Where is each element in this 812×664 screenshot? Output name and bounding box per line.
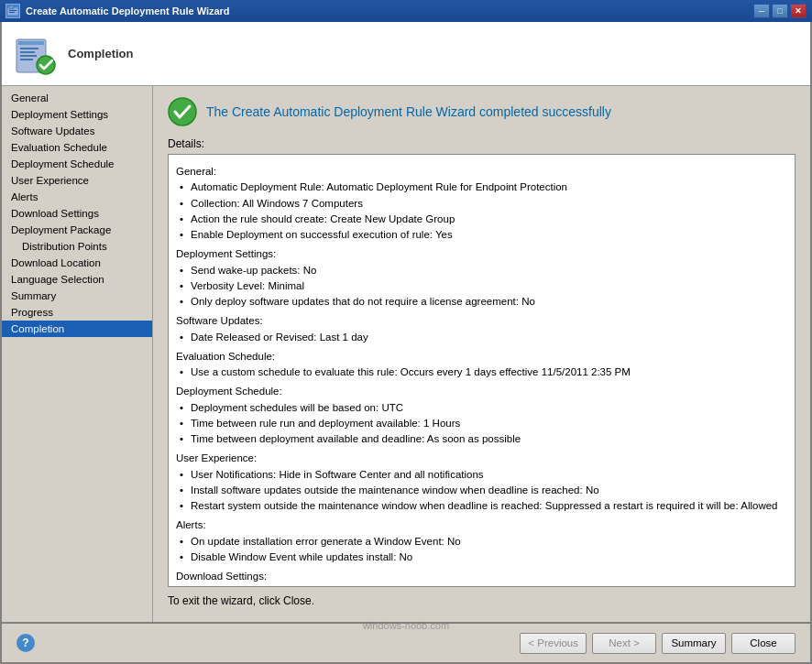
main-window: Completion GeneralDeployment SettingsSof…: [0, 22, 812, 664]
previous-button[interactable]: < Previous: [520, 633, 587, 654]
sidebar: GeneralDeployment SettingsSoftware Updat…: [2, 86, 153, 622]
summary-button[interactable]: Summary: [662, 633, 726, 654]
list-item: Restart system outside the maintenance w…: [176, 498, 787, 514]
svg-rect-9: [20, 59, 33, 60]
svg-rect-5: [18, 41, 44, 45]
success-text: The Create Automatic Deployment Rule Wiz…: [206, 104, 611, 119]
footer-buttons: < Previous Next > Summary Close: [520, 633, 796, 654]
details-box[interactable]: General:Automatic Deployment Rule: Autom…: [168, 154, 796, 587]
section-title: Deployment Schedule:: [176, 384, 787, 399]
section-title: Alerts:: [176, 517, 787, 533]
sidebar-item-evaluation-schedule[interactable]: Evaluation Schedule: [2, 139, 152, 156]
list-item: Automatic Deployment Rule: Automatic Dep…: [176, 180, 787, 195]
section-title: Evaluation Schedule:: [176, 349, 787, 365]
svg-rect-1: [9, 5, 14, 9]
list-item: Only deploy software updates that do not…: [176, 294, 787, 310]
sidebar-item-alerts[interactable]: Alerts: [2, 189, 152, 205]
list-item: Disable Window Event while updates insta…: [176, 550, 787, 565]
title-bar-text: Create Automatic Deployment Rule Wizard: [26, 5, 753, 16]
list-item: Time between deployment available and de…: [176, 431, 787, 447]
section-list: Date Released or Revised: Last 1 day: [176, 330, 787, 345]
svg-rect-3: [9, 12, 15, 13]
close-button[interactable]: Close: [731, 633, 796, 654]
section-list: Deployment schedules will be based on: U…: [176, 400, 787, 448]
svg-rect-8: [20, 55, 37, 57]
section-title: General:: [176, 164, 787, 180]
help-icon[interactable]: ?: [16, 634, 35, 652]
title-bar-icon: [5, 4, 20, 18]
section-title: Deployment Settings:: [176, 246, 787, 262]
header-title: Completion: [68, 47, 134, 60]
main-panel: The Create Automatic Deployment Rule Wiz…: [153, 86, 810, 622]
svg-rect-7: [20, 51, 35, 53]
sidebar-item-completion[interactable]: Completion: [2, 321, 152, 337]
sidebar-item-deployment-settings[interactable]: Deployment Settings: [2, 106, 152, 123]
close-title-button[interactable]: ✕: [790, 4, 807, 18]
list-item: User Notifications: Hide in Software Cen…: [176, 467, 787, 483]
success-banner: The Create Automatic Deployment Rule Wiz…: [168, 97, 796, 126]
sidebar-item-progress[interactable]: Progress: [2, 304, 152, 321]
sidebar-item-distribution-points[interactable]: Distribution Points: [2, 238, 152, 255]
section-list: On update installation error generate a …: [176, 534, 787, 566]
sidebar-item-summary[interactable]: Summary: [2, 288, 152, 304]
content-area: GeneralDeployment SettingsSoftware Updat…: [2, 86, 810, 622]
header-area: Completion: [2, 22, 810, 86]
section-list: User Notifications: Hide in Software Cen…: [176, 467, 787, 515]
sidebar-item-download-settings[interactable]: Download Settings: [2, 205, 152, 222]
list-item: Deployment schedules will be based on: U…: [176, 400, 787, 416]
sidebar-item-user-experience[interactable]: User Experience: [2, 172, 152, 189]
footer-left: ?: [16, 634, 35, 652]
details-label: Details:: [168, 137, 796, 150]
sidebar-item-language-selection[interactable]: Language Selection: [2, 271, 152, 288]
list-item: Use a custom schedule to evaluate this r…: [176, 365, 787, 380]
list-item: Verbosity Level: Minimal: [176, 278, 787, 294]
section-title: Download Settings:: [176, 569, 787, 584]
sidebar-item-software-updates[interactable]: Software Updates: [2, 123, 152, 139]
list-item: Install software updates outside the mai…: [176, 483, 787, 498]
list-item: Send wake-up packets: No: [176, 263, 787, 278]
section-list: Use a custom schedule to evaluate this r…: [176, 365, 787, 380]
section-list: Send wake-up packets: NoVerbosity Level:…: [176, 263, 787, 310]
svg-rect-2: [9, 10, 16, 11]
wizard-icon: [13, 32, 57, 76]
sidebar-item-download-location[interactable]: Download Location: [2, 255, 152, 271]
list-item: Action the rule should create: Create Ne…: [176, 212, 787, 227]
svg-rect-6: [20, 48, 38, 49]
list-item: On update installation error generate a …: [176, 534, 787, 550]
success-icon: [168, 97, 197, 126]
footer: ? < Previous Next > Summary Close: [2, 622, 810, 662]
list-item: Date Released or Revised: Last 1 day: [176, 330, 787, 345]
section-title: User Experience:: [176, 451, 787, 466]
list-item: Enable Deployment on successful executio…: [176, 227, 787, 243]
sidebar-item-deployment-package[interactable]: Deployment Package: [2, 222, 152, 238]
maximize-button[interactable]: □: [772, 4, 788, 18]
minimize-button[interactable]: ─: [753, 4, 770, 18]
next-button[interactable]: Next >: [592, 633, 656, 654]
section-list: Automatic Deployment Rule: Automatic Dep…: [176, 180, 787, 243]
title-bar: Create Automatic Deployment Rule Wizard …: [0, 0, 812, 22]
list-item: Time between rule run and deployment ava…: [176, 416, 787, 431]
title-bar-controls: ─ □ ✕: [753, 4, 807, 18]
section-title: Software Updates:: [176, 313, 787, 329]
sidebar-item-deployment-schedule[interactable]: Deployment Schedule: [2, 156, 152, 172]
bottom-instruction: To exit the wizard, click Close.: [168, 587, 796, 611]
list-item: Collection: All Windows 7 Computers: [176, 196, 787, 212]
svg-point-11: [169, 98, 196, 125]
sidebar-item-general[interactable]: General: [2, 90, 152, 106]
